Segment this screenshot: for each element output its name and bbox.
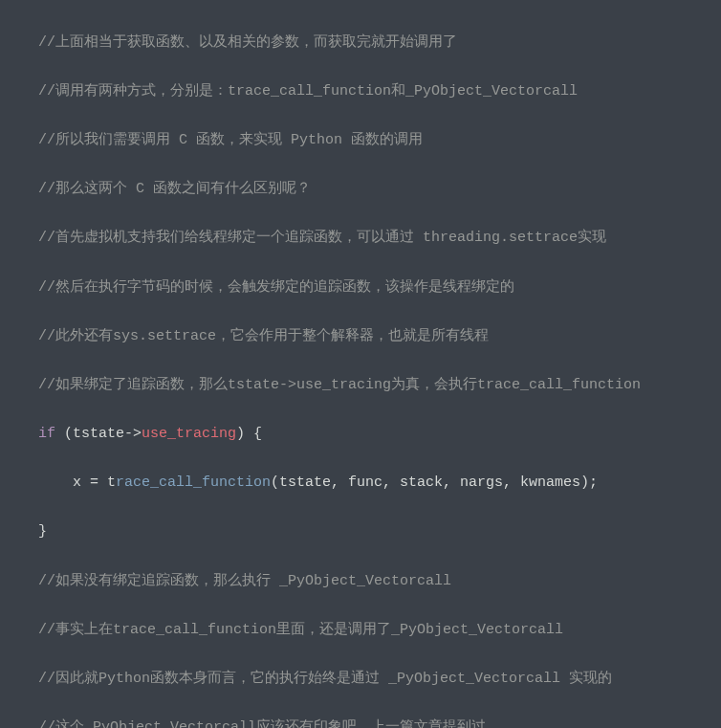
code-line-if-body: x = trace_call_function(tstate, func, st… [38,471,711,496]
brace: ) { [236,426,262,442]
comment-line: //这个_PyObject_Vectorcall应该还有印象吧，上一篇文章提到过 [38,716,711,728]
paren: ( [55,426,73,442]
comment-line: //因此就Python函数本身而言，它的执行始终是通过 _PyObject_Ve… [38,667,711,692]
comment-line: //那么这两个 C 函数之间有什么区别呢？ [38,177,711,202]
brace-close: } [38,519,711,544]
keyword-if: if [38,426,55,442]
fn-trace-call-function: race_call_function [116,474,271,491]
comment-line: //然后在执行字节码的时候，会触发绑定的追踪函数，该操作是线程绑定的 [38,276,711,300]
comment-line: //事实上在trace_call_function里面，还是调用了_PyObje… [38,618,711,643]
comment-line: //如果绑定了追踪函数，那么tstate->use_tracing为真，会执行t… [38,373,711,398]
ident-tstate: tstate [73,426,124,442]
args: (tstate, func, stack, nargs, kwnames); [271,474,598,491]
comment-line: //此外还有sys.settrace，它会作用于整个解释器，也就是所有线程 [38,324,711,349]
arrow-op: -> [124,426,142,442]
comment-line: //首先虚拟机支持我们给线程绑定一个追踪函数，可以通过 threading.se… [38,226,711,251]
comment-line: //上面相当于获取函数、以及相关的参数，而获取完就开始调用了 [38,31,711,55]
field-use-tracing: use_tracing [142,426,236,442]
comment-line: //调用有两种方式，分别是：trace_call_function和_PyObj… [38,79,711,104]
code-line-if: if (tstate->use_tracing) { [38,422,711,447]
code-block: //上面相当于获取函数、以及相关的参数，而获取完就开始调用了 //调用有两种方式… [0,0,721,728]
code-text: x = t [38,474,116,491]
comment-line: //所以我们需要调用 C 函数，来实现 Python 函数的调用 [38,128,711,153]
comment-line: //如果没有绑定追踪函数，那么执行 _PyObject_Vectorcall [38,569,711,594]
